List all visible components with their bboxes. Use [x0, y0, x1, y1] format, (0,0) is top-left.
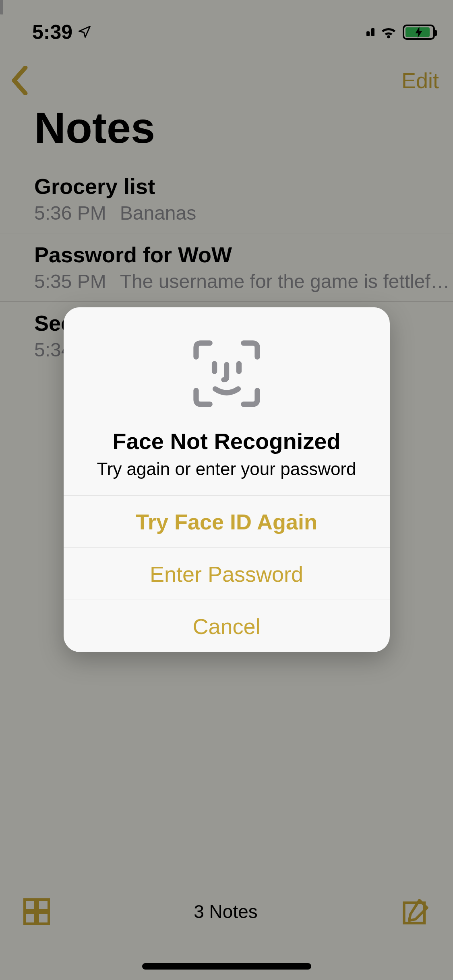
faceid-alert: Face Not Recognized Try again or enter y…	[64, 307, 390, 652]
alert-body: Face Not Recognized Try again or enter y…	[64, 307, 390, 495]
faceid-icon	[80, 336, 374, 412]
screen: 5:39 Edit Notes	[0, 0, 453, 980]
enter-password-button[interactable]: Enter Password	[64, 548, 390, 600]
alert-title: Face Not Recognized	[80, 428, 374, 454]
cancel-button[interactable]: Cancel	[64, 600, 390, 652]
alert-actions: Try Face ID Again Enter Password Cancel	[64, 495, 390, 652]
try-faceid-again-button[interactable]: Try Face ID Again	[64, 495, 390, 548]
alert-message: Try again or enter your password	[80, 459, 374, 479]
